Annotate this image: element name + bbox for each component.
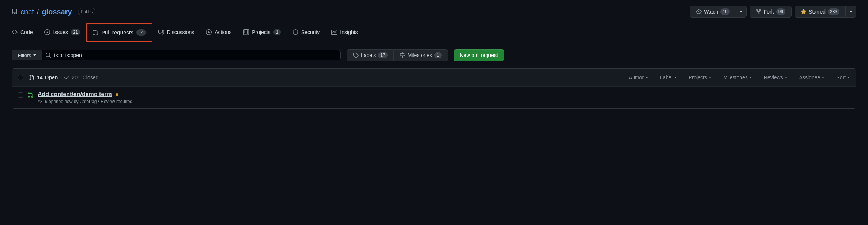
tab-discussions[interactable]: Discussions bbox=[152, 23, 200, 42]
tab-actions-label: Actions bbox=[215, 27, 231, 38]
owner-link[interactable]: cncf bbox=[20, 8, 34, 16]
select-all-checkbox[interactable] bbox=[18, 75, 23, 80]
reviews-filter[interactable]: Reviews bbox=[764, 75, 788, 80]
fork-label: Fork bbox=[764, 8, 774, 15]
caret-down-icon bbox=[709, 77, 712, 78]
star-dropdown[interactable] bbox=[846, 6, 856, 18]
caret-down-icon bbox=[785, 77, 788, 78]
milestones-filter[interactable]: Milestones bbox=[723, 75, 752, 80]
watch-button-group[interactable]: Watch 19 bbox=[690, 6, 747, 18]
watch-button[interactable]: Watch 19 bbox=[690, 6, 736, 18]
labels-label: Labels bbox=[361, 52, 376, 59]
labels-count: 17 bbox=[378, 52, 387, 58]
search-input[interactable] bbox=[42, 50, 341, 60]
caret-down-icon bbox=[822, 77, 824, 78]
labels-button[interactable]: Labels 17 bbox=[347, 49, 394, 61]
eye-icon bbox=[696, 9, 702, 15]
watch-dropdown[interactable] bbox=[736, 6, 747, 18]
caret-down-icon bbox=[674, 77, 677, 78]
closed-label: Closed bbox=[83, 75, 99, 80]
star-button-group[interactable]: Starred 283 bbox=[795, 6, 856, 18]
tab-projects-label: Projects bbox=[252, 27, 271, 38]
label-filter[interactable]: Label bbox=[660, 75, 677, 80]
search-icon bbox=[45, 52, 51, 58]
breadcrumb-separator: / bbox=[37, 8, 39, 16]
breadcrumb: cncf / glossary Public bbox=[12, 8, 95, 16]
closed-state-filter[interactable]: 201 Closed bbox=[64, 75, 98, 80]
milestone-icon bbox=[400, 52, 405, 58]
visibility-badge: Public bbox=[78, 8, 96, 15]
issue-icon bbox=[44, 29, 50, 35]
watch-label: Watch bbox=[704, 8, 718, 15]
tab-insights-label: Insights bbox=[340, 27, 358, 38]
watch-count: 19 bbox=[720, 8, 729, 15]
pr-open-icon bbox=[27, 92, 33, 104]
milestones-button[interactable]: Milestones 1 bbox=[394, 49, 448, 61]
tab-security-label: Security bbox=[301, 27, 320, 38]
pr-meta: #319 opened now by CathPag • Review requ… bbox=[38, 99, 132, 104]
caret-down-icon bbox=[33, 54, 36, 56]
tab-projects[interactable]: Projects 1 bbox=[237, 23, 287, 42]
open-label: Open bbox=[45, 75, 58, 80]
fork-button[interactable]: Fork 96 bbox=[750, 6, 792, 18]
code-icon bbox=[12, 29, 18, 35]
tab-pulls-count: 14 bbox=[136, 29, 146, 36]
pr-title-link[interactable]: Add content/en/demo term bbox=[38, 91, 112, 97]
discussion-icon bbox=[158, 29, 164, 35]
caret-down-icon bbox=[740, 11, 743, 12]
closed-count: 201 bbox=[72, 75, 80, 80]
star-icon bbox=[801, 9, 807, 15]
sort-filter[interactable]: Sort bbox=[836, 75, 850, 80]
tab-insights[interactable]: Insights bbox=[325, 23, 363, 42]
open-state-filter[interactable]: 14 Open bbox=[29, 75, 58, 80]
tab-actions[interactable]: Actions bbox=[200, 23, 237, 42]
new-pr-label: New pull request bbox=[460, 52, 498, 59]
pr-icon bbox=[93, 30, 98, 35]
milestones-label: Milestones bbox=[408, 52, 432, 59]
filters-label: Filters bbox=[18, 53, 31, 58]
author-filter[interactable]: Author bbox=[629, 75, 648, 80]
fork-icon bbox=[756, 9, 762, 15]
new-pull-request-button[interactable]: New pull request bbox=[454, 49, 504, 61]
play-icon bbox=[206, 29, 212, 35]
tab-pulls[interactable]: Pull requests 14 bbox=[86, 23, 152, 42]
fork-count: 96 bbox=[776, 8, 785, 15]
project-icon bbox=[243, 29, 249, 35]
tab-discussions-label: Discussions bbox=[167, 27, 195, 38]
milestones-count: 1 bbox=[434, 52, 442, 58]
shield-icon bbox=[293, 29, 298, 35]
tab-issues-count: 21 bbox=[71, 29, 80, 35]
tab-code-label: Code bbox=[20, 27, 33, 38]
caret-down-icon bbox=[849, 11, 852, 12]
select-pr-checkbox[interactable] bbox=[18, 92, 23, 98]
check-icon bbox=[64, 75, 69, 80]
repo-link[interactable]: glossary bbox=[42, 8, 72, 16]
pr-row[interactable]: Add content/en/demo term #319 opened now… bbox=[12, 87, 856, 108]
tag-icon bbox=[353, 52, 359, 58]
star-label: Starred bbox=[809, 8, 826, 15]
graph-icon bbox=[331, 29, 337, 35]
star-button[interactable]: Starred 283 bbox=[795, 6, 846, 18]
tab-pulls-label: Pull requests bbox=[101, 27, 133, 38]
tab-code[interactable]: Code bbox=[6, 23, 38, 42]
star-count: 283 bbox=[828, 8, 839, 15]
caret-down-icon bbox=[847, 77, 850, 78]
projects-filter[interactable]: Projects bbox=[688, 75, 712, 80]
tab-issues[interactable]: Issues 21 bbox=[38, 23, 86, 42]
open-count: 14 bbox=[37, 75, 43, 80]
status-pending-icon bbox=[116, 93, 118, 96]
tab-security[interactable]: Security bbox=[287, 23, 326, 42]
repo-icon bbox=[12, 9, 18, 15]
filters-button[interactable]: Filters bbox=[12, 50, 42, 60]
caret-down-icon bbox=[645, 77, 648, 78]
pr-icon bbox=[29, 75, 35, 80]
assignee-filter[interactable]: Assignee bbox=[799, 75, 825, 80]
caret-down-icon bbox=[749, 77, 752, 78]
tab-projects-count: 1 bbox=[273, 29, 281, 35]
tab-issues-label: Issues bbox=[53, 27, 68, 38]
